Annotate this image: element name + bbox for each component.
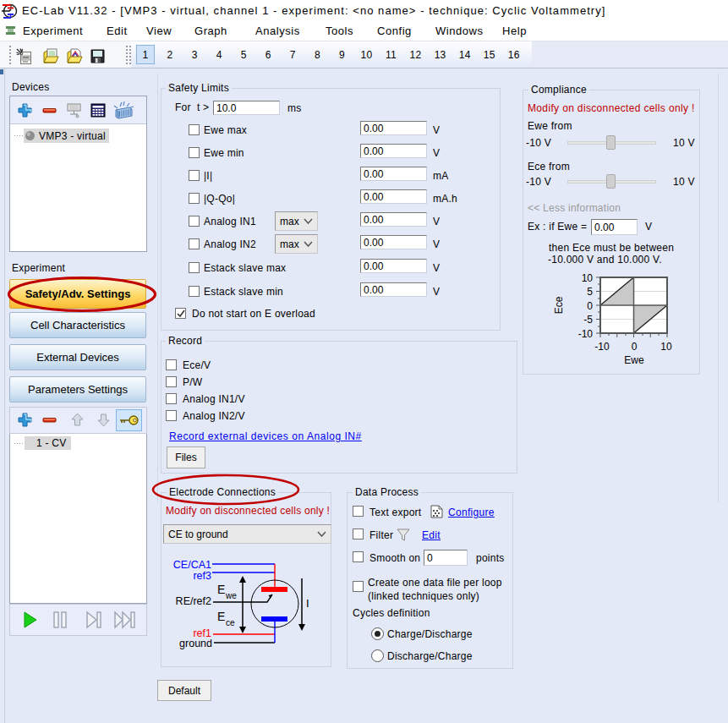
svg-text:0: 0 <box>587 300 593 312</box>
svg-text:Ewe: Ewe <box>624 354 644 366</box>
svg-text:-5: -5 <box>583 314 593 326</box>
svg-text:Ece: Ece <box>554 296 565 314</box>
svg-text:5: 5 <box>587 286 593 298</box>
svg-text:I: I <box>306 597 309 610</box>
svg-text:CE/CA1: CE/CA1 <box>173 559 211 571</box>
svg-text:ground: ground <box>179 638 212 649</box>
svg-text:we: we <box>225 591 237 600</box>
svg-text:ce: ce <box>226 618 235 627</box>
svg-text:RE/ref2: RE/ref2 <box>176 595 211 607</box>
svg-text:0: 0 <box>632 341 638 353</box>
svg-text:10: 10 <box>660 341 672 353</box>
svg-text:ref3: ref3 <box>193 570 211 582</box>
svg-text:10: 10 <box>582 272 594 284</box>
svg-text:E: E <box>217 583 225 596</box>
svg-text:E: E <box>217 610 225 623</box>
svg-text:-10: -10 <box>594 341 610 353</box>
svg-text:-10: -10 <box>578 328 594 340</box>
